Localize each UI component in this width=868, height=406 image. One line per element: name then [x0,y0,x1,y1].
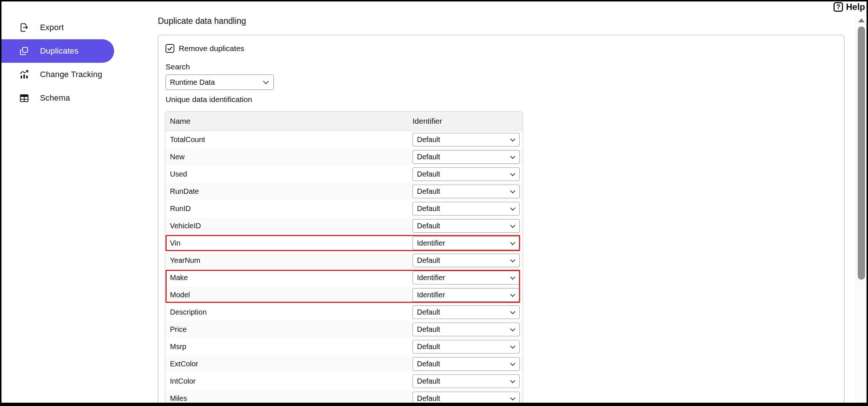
row-name: Price [165,325,187,334]
identifier-select-value: Default [417,360,440,368]
table-row: Price Default [165,321,523,338]
chevron-down-icon [510,343,515,348]
chevron-down-icon [510,291,515,297]
table-row: RunID Default [165,200,523,217]
identifier-select[interactable]: Default [413,202,520,215]
table-row: Miles Default [165,390,523,406]
column-header-name: Name [165,117,190,126]
identifier-select[interactable]: Default [413,185,520,198]
sidebar: Export Duplicates Change Tr [1,16,114,110]
identifier-select-value: Default [417,153,440,161]
chevron-down-icon [510,378,515,383]
row-name: ExtColor [165,360,198,368]
identifier-select[interactable]: Identifier [413,236,520,250]
remove-duplicates-checkbox[interactable] [166,44,174,53]
identifier-select-value: Default [417,222,440,230]
table-row: IntColor Default [165,373,523,390]
identifier-select[interactable]: Default [413,374,520,388]
scroll-up-arrow-icon[interactable] [858,18,865,22]
search-select[interactable]: Runtime Data [166,75,274,90]
chevron-down-icon [510,326,515,331]
identifier-select-value: Default [417,187,440,196]
table-row: TotalCount Default [165,131,523,148]
chevron-down-icon [510,360,515,366]
unique-data-table: Name Identifier TotalCount Default New D… [165,111,523,406]
question-mark-icon: ? [834,2,843,12]
row-name: RunDate [165,187,199,196]
identifier-select[interactable]: Default [413,357,520,371]
table-row: ExtColor Default [165,355,523,373]
identifier-select-value: Default [417,394,440,403]
export-icon [19,22,30,33]
change-tracking-icon [19,69,30,80]
vertical-scrollbar[interactable] [856,15,867,403]
identifier-select-value: Default [417,204,440,213]
search-label: Search [166,62,190,71]
row-name: Miles [165,394,187,403]
row-name: Model [165,291,190,299]
unique-data-identification-label: Unique data identification [166,95,252,104]
chevron-down-icon [510,309,515,314]
identifier-select[interactable]: Default [413,150,520,164]
identifier-select-value: Default [417,342,440,351]
identifier-select[interactable]: Default [413,340,520,354]
identifier-select[interactable]: Default [413,133,520,146]
row-name: TotalCount [165,135,205,144]
schema-icon [19,93,30,104]
row-name: Vin [165,239,181,247]
identifier-select-value: Identifier [417,273,445,282]
table-row: Model Identifier [165,286,523,304]
sidebar-item-export[interactable]: Export [1,16,114,39]
column-header-identifier: Identifier [413,117,442,126]
duplicate-settings-panel: Remove duplicates Search Runtime Data Un… [158,35,845,406]
table-row: Msrp Default [165,338,523,355]
identifier-select[interactable]: Default [413,323,520,336]
identifier-select-value: Default [417,256,440,265]
sidebar-item-label: Export [40,23,64,32]
table-row: Used Default [165,166,523,183]
chevron-down-icon [510,395,515,400]
identifier-select[interactable]: Default [413,254,520,267]
table-body: TotalCount Default New Default Used Defa… [165,131,523,406]
identifier-select[interactable]: Identifier [413,271,520,284]
identifier-select-value: Identifier [417,291,445,299]
identifier-select[interactable]: Default [413,219,520,233]
search-select-value: Runtime Data [170,78,215,87]
identifier-select[interactable]: Default [413,305,520,319]
sidebar-item-change-tracking[interactable]: Change Tracking [1,63,114,86]
checkmark-icon [167,45,173,52]
chevron-down-icon [510,153,515,159]
sidebar-item-schema[interactable]: Schema [1,86,114,110]
identifier-select-value: Default [417,325,440,334]
row-name: New [165,153,185,161]
table-row: RunDate Default [165,183,523,200]
row-name: VehicleID [165,222,201,230]
table-header: Name Identifier [165,112,523,131]
row-name: Used [165,170,187,178]
chevron-down-icon [510,205,515,210]
identifier-select[interactable]: Identifier [413,288,520,302]
identifier-select-value: Identifier [417,239,445,247]
chevron-down-icon [510,222,515,228]
remove-duplicates-label: Remove duplicates [179,44,244,53]
help-area[interactable]: ? Help [834,2,865,12]
app-window: ? Help Export [0,0,868,406]
sidebar-item-duplicates[interactable]: Duplicates [1,39,114,63]
identifier-select[interactable]: Default [413,167,520,181]
table-row: Make Identifier [165,269,523,286]
identifier-select-value: Default [417,135,440,144]
chevron-down-icon [510,171,515,176]
identifier-select[interactable]: Default [413,392,520,405]
chevron-down-icon [510,188,515,193]
row-name: RunID [165,204,191,213]
sidebar-item-label: Schema [40,93,70,103]
chevron-down-icon [510,240,515,245]
chevron-down-icon [510,274,515,279]
help-link[interactable]: Help [846,2,865,12]
table-row: New Default [165,148,523,166]
table-row: VehicleID Default [165,217,523,235]
row-name: IntColor [165,377,196,385]
page-title: Duplicate data handling [158,16,246,26]
chevron-down-icon [510,257,515,262]
scrollbar-thumb[interactable] [858,26,865,280]
